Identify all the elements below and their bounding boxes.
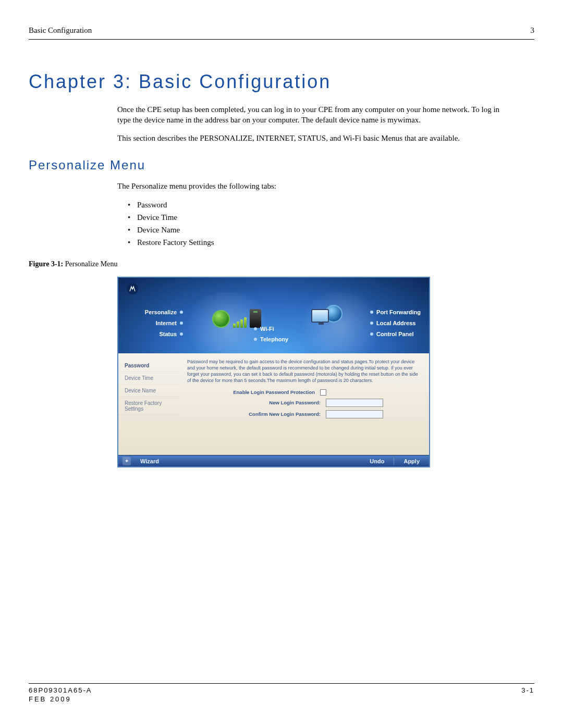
personalize-tabs-list: Password Device Time Device Name Restore… [117,199,503,249]
nav-left: Personalize Internet Status [133,309,183,342]
dot-icon [254,338,257,341]
nav-link-control-panel[interactable]: Control Panel [370,331,421,337]
sidebar-item-device-time[interactable]: Device Time [118,372,181,385]
enable-password-label: Enable Login Password Protection [221,389,315,395]
footer-rule [29,683,534,684]
nav-label: Internet [156,320,177,326]
nav-label: Wi-Fi [260,326,274,332]
page-footer: 68P09301A65-A FEB 2009 3-1 [29,686,534,703]
dot-icon [180,322,183,325]
sidebar-item-device-name[interactable]: Device Name [118,385,181,397]
nav-link-port-forwarding[interactable]: Port Forwarding [370,309,421,315]
ui-footer-bar: ✦ Wizard Undo Apply [118,455,429,466]
figure-caption: Figure 3-1: Personalize Menu [29,260,534,268]
wizard-icon[interactable]: ✦ [123,457,131,465]
ui-body: Password Device Time Device Name Restore… [118,353,429,455]
nav-label: Telephony [260,336,288,342]
dot-icon [180,311,183,314]
dot-icon [370,332,373,336]
nav-link-personalize[interactable]: Personalize [133,309,183,315]
nav-link-internet[interactable]: Internet [133,320,183,326]
nav-right: Port Forwarding Local Address Control Pa… [370,309,421,342]
apply-button[interactable]: Apply [398,458,425,464]
nav-link-local-address[interactable]: Local Address [370,320,421,326]
sidebar-item-password[interactable]: Password [118,360,181,372]
confirm-password-input[interactable] [326,410,383,418]
doc-date: FEB 2009 [29,695,92,703]
section-intro: The Personalize menu provides the follow… [117,181,503,191]
header-rule [29,39,534,40]
ui-content-pane: Password may be required to gain access … [181,353,429,455]
network-illustration-icon [311,305,342,323]
dot-icon [370,311,373,314]
list-item: Device Name [128,224,503,236]
globe-icon [212,310,230,328]
nav-label: Control Panel [376,331,414,337]
chapter-title: Chapter 3: Basic Configuration [29,71,534,93]
wizard-button[interactable]: Wizard [135,458,164,464]
separator [394,458,394,465]
nav-label: Status [159,331,177,337]
enable-password-checkbox[interactable] [320,389,326,396]
dot-icon [180,332,183,336]
nav-link-wifi[interactable]: Wi-Fi [254,326,288,332]
pc-tower-icon [250,309,261,328]
intro-paragraph-1: Once the CPE setup has been completed, y… [117,104,503,126]
nav-label: Local Address [376,320,415,326]
nav-link-telephony[interactable]: Telephony [254,336,288,342]
nav-label: Port Forwarding [376,309,421,315]
running-header-title: Basic Configuration [29,26,92,35]
nav-link-status[interactable]: Status [133,331,183,337]
help-text: Password may be required to gain access … [187,359,423,384]
ui-sidebar: Password Device Time Device Name Restore… [118,353,181,455]
dot-icon [370,322,373,325]
ui-banner: Personalize Internet Status Wi-Fi Teleph… [118,278,429,353]
doc-number: 68P09301A65-A [29,686,92,694]
intro-paragraph-2: This section describes the PERSONALIZE, … [117,133,503,143]
nav-middle: Wi-Fi Telephony [254,326,288,347]
running-header-pagenum: 3 [531,26,535,35]
motorola-logo-icon [127,283,138,294]
list-item: Device Time [128,211,503,224]
nav-label: Personalize [145,309,177,315]
list-item: Restore Factory Settings [128,236,503,249]
dot-icon [254,327,257,330]
new-password-label: New Login Password: [227,400,321,405]
monitor-icon [311,309,329,323]
signal-bars-icon [233,317,247,328]
embedded-ui-screenshot: Personalize Internet Status Wi-Fi Teleph… [117,277,430,467]
figure-label: Figure 3-1: [29,260,63,268]
internet-illustration-icon [212,309,261,328]
sidebar-item-restore-factory[interactable]: Restore Factory Settings [118,397,181,415]
list-item: Password [128,199,503,211]
figure-title: Personalize Menu [65,260,118,268]
undo-button[interactable]: Undo [364,458,389,464]
page-number: 3-1 [521,686,534,703]
confirm-password-label: Confirm New Login Password: [227,411,321,417]
new-password-input[interactable] [326,399,383,407]
section-heading-personalize: Personalize Menu [29,158,534,172]
